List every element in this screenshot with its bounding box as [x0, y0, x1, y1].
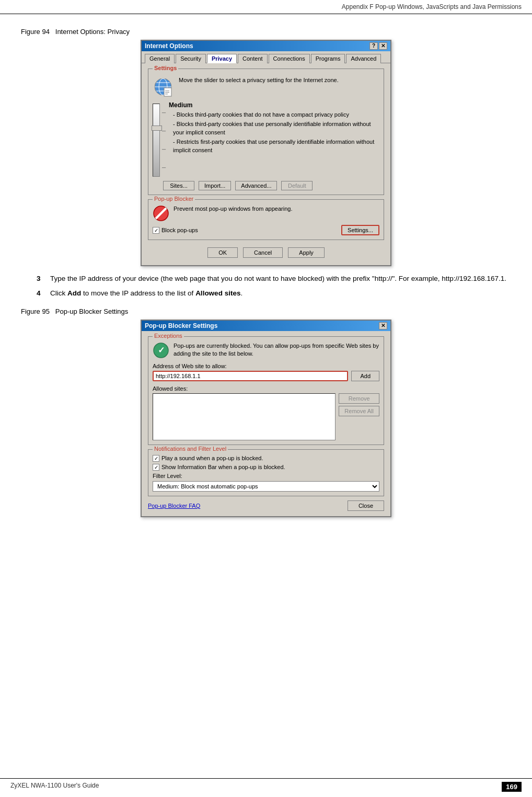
page-content: Figure 94 Internet Options: Privacy Inte…: [0, 14, 532, 549]
help-button[interactable]: ?: [369, 42, 378, 50]
bullet3: - Restricts first-party cookies that use…: [169, 138, 379, 154]
bullet2: - Blocks third-party cookies that use pe…: [169, 120, 379, 136]
tab-bar: General Security Privacy Content Connect…: [142, 51, 390, 63]
notifications-group: Notifications and Filter Level ✓ Play a …: [148, 449, 384, 496]
notifications-label: Notifications and Filter Level: [153, 446, 228, 452]
block-popups-checkbox[interactable]: ✓: [153, 227, 159, 234]
tab-programs[interactable]: Programs: [311, 54, 345, 63]
figure95-caption: Figure 95 Pop-up Blocker Settings: [21, 308, 511, 315]
dialog2-close-btn[interactable]: Close: [348, 500, 384, 511]
footer-left: ZyXEL NWA-1100 User's Guide: [10, 782, 99, 792]
exceptions-group: Exceptions ✓ Pop-ups are currently block…: [148, 336, 384, 445]
globe-icon: [153, 76, 174, 97]
no-sign-icon: [153, 205, 169, 222]
play-sound-label: Play a sound when a pop-up is blocked.: [161, 455, 263, 461]
dialog-titlebar: Internet Options ? ✕: [142, 41, 390, 51]
close-button[interactable]: ✕: [379, 42, 387, 50]
slider-content: Medium - Blocks third-party cookies that…: [169, 101, 379, 177]
apply-button[interactable]: Apply: [288, 247, 325, 258]
address-label: Address of Web site to allow:: [153, 363, 379, 369]
dialog2-titlebar-buttons: ✕: [379, 322, 387, 329]
dialog2-body: Exceptions ✓ Pop-ups are currently block…: [142, 331, 390, 516]
exceptions-text: Pop-ups are currently blocked. You can a…: [174, 342, 379, 358]
allowed-sites-row: Remove Remove All: [153, 393, 379, 440]
popup-blocker-text: Prevent most pop-up windows from appeari…: [174, 205, 379, 213]
green-shield-icon: ✓: [153, 342, 169, 359]
filter-level-select[interactable]: Medium: Block most automatic pop-ups: [153, 481, 379, 492]
header-title: Appendix F Pop-up Windows, JavaScripts a…: [342, 3, 522, 10]
tab-general[interactable]: General: [145, 54, 175, 63]
info-bar-checkbox[interactable]: ✓: [153, 464, 159, 471]
address-input-row: Add: [153, 371, 379, 381]
step-3: 3 Type the IP address of your device (th…: [37, 274, 511, 284]
sites-button[interactable]: Sites...: [163, 181, 194, 190]
faq-link[interactable]: Pop-up Blocker FAQ: [148, 503, 200, 509]
svg-rect-7: [165, 92, 169, 93]
tab-advanced[interactable]: Advanced: [346, 54, 381, 63]
allowed-sites-label: Allowed sites:: [153, 385, 379, 392]
popup-blocker-settings-dialog: Pop-up Blocker Settings ✕ Exceptions ✓: [141, 320, 391, 517]
popup-checkbox-row: ✓ Block pop-ups Settings...: [153, 225, 379, 235]
dialog2-close-button[interactable]: ✕: [379, 322, 387, 329]
remove-button[interactable]: Remove: [339, 393, 379, 404]
cancel-button[interactable]: Cancel: [243, 247, 283, 258]
figure94-caption: Figure 94 Internet Options: Privacy: [21, 28, 511, 36]
settings-group: Settings: [148, 69, 384, 195]
check-row-2: ✓ Show Information Bar when a pop-up is …: [153, 464, 379, 471]
page-header: Appendix F Pop-up Windows, JavaScripts a…: [0, 0, 532, 14]
step-4-text: Click Add to move the IP address to the …: [50, 288, 242, 299]
popup-blocker-row: Prevent most pop-up windows from appeari…: [153, 205, 379, 222]
dialog-body: Settings: [142, 63, 390, 265]
step-3-text: Type the IP address of your device (the …: [50, 274, 506, 284]
step-4: 4 Click Add to move the IP address to th…: [37, 288, 511, 299]
popup-settings-button[interactable]: Settings...: [341, 225, 379, 235]
filter-level-label: Filter Level:: [153, 473, 379, 479]
svg-rect-6: [165, 90, 169, 92]
bullet1: - Blocks third-party cookies that do not…: [169, 111, 379, 119]
step-4-num: 4: [37, 288, 47, 299]
tab-privacy[interactable]: Privacy: [207, 54, 237, 63]
exceptions-row: ✓ Pop-ups are currently blocked. You can…: [153, 342, 379, 359]
ok-button[interactable]: OK: [207, 247, 238, 258]
settings-group-label: Settings: [153, 65, 178, 71]
remove-all-button[interactable]: Remove All: [339, 406, 379, 416]
faq-row: Pop-up Blocker FAQ Close: [148, 500, 384, 511]
dialog-footer-buttons: OK Cancel Apply: [148, 244, 384, 260]
privacy-settings-row: Move the slider to select a privacy sett…: [153, 76, 379, 97]
address-input[interactable]: [153, 371, 348, 381]
check-row-1: ✓ Play a sound when a pop-up is blocked.: [153, 455, 379, 462]
medium-label: Medium: [169, 101, 379, 109]
exceptions-label: Exceptions: [153, 333, 184, 339]
allowed-sites-list: [153, 393, 336, 440]
block-popups-label[interactable]: ✓ Block pop-ups: [153, 227, 198, 234]
titlebar-buttons: ? ✕: [369, 42, 387, 50]
dialog-title: Internet Options: [145, 42, 193, 50]
add-button[interactable]: Add: [351, 371, 379, 381]
svg-text:✓: ✓: [158, 346, 165, 355]
page-number: 169: [502, 782, 522, 792]
allowed-sites-buttons: Remove Remove All: [339, 393, 379, 440]
info-bar-label: Show Information Bar when a pop-up is bl…: [161, 464, 285, 470]
tab-security[interactable]: Security: [176, 54, 206, 63]
advanced-button[interactable]: Advanced...: [235, 181, 277, 190]
default-button[interactable]: Default: [281, 181, 313, 190]
tab-connections[interactable]: Connections: [269, 54, 310, 63]
slider-section: ─ ─ ─ ─ Medium - Blocks third-party cook…: [153, 101, 379, 177]
privacy-buttons-row: Sites... Import... Advanced... Default: [153, 181, 379, 190]
steps-list: 3 Type the IP address of your device (th…: [37, 274, 511, 299]
privacy-intro-text: Move the slider to select a privacy sett…: [179, 76, 339, 84]
page-footer: ZyXEL NWA-1100 User's Guide 169: [0, 778, 532, 792]
play-sound-checkbox[interactable]: ✓: [153, 455, 159, 462]
import-button[interactable]: Import...: [199, 181, 231, 190]
popup-blocker-label: Pop-up Blocker: [153, 196, 195, 202]
dialog2-titlebar: Pop-up Blocker Settings ✕: [142, 321, 390, 331]
dialog2-title: Pop-up Blocker Settings: [145, 322, 217, 329]
svg-rect-8: [165, 94, 168, 95]
tab-content[interactable]: Content: [238, 54, 268, 63]
popup-blocker-section: Pop-up Blocker Prevent most pop-up windo…: [148, 199, 384, 240]
internet-options-dialog: Internet Options ? ✕ General Security Pr…: [141, 40, 391, 266]
slider-thumb: [152, 126, 162, 131]
privacy-slider[interactable]: [153, 104, 160, 177]
step-3-num: 3: [37, 274, 47, 284]
